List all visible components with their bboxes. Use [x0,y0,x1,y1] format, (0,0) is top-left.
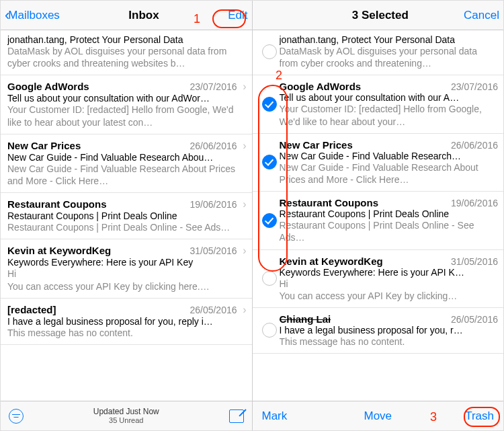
edit-button[interactable]: Edit [228,9,247,22]
unread-count: 35 Unread [24,416,229,425]
message-row[interactable]: Restaurant Coupons19/06/2016Restaurant C… [253,192,504,249]
message-preview: Your Customer ID: [redacted] Hello from … [280,103,499,127]
select-checkbox[interactable] [259,313,280,348]
message-sender: Chiang Lai [280,313,451,325]
message-date: 26/06/2016 [451,140,498,151]
message-row[interactable]: Google AdWords23/07/2016Tell us about yo… [253,75,504,133]
message-sender: Kevin at KeywordKeg [7,245,190,256]
message-sender: Google AdWords [7,81,190,92]
message-subject: Keywords Everywhere: Here is your API Ke… [7,257,247,268]
chevron-right-icon: › [237,140,247,152]
message-preview: New Car Guide - Find Valuable Research A… [280,161,499,186]
message-sender: jonathan.tang, Protect Your Personal Dat… [280,34,499,45]
message-sender: Google AdWords [280,81,451,92]
edit-actions-bar: Mark Move Trash [253,401,504,430]
message-date: 19/06/2016 [451,198,498,208]
select-checkbox[interactable] [259,81,280,127]
circle-icon [262,323,277,338]
message-date: 26/06/2016 [190,141,237,151]
message-date: 26/05/2016 [451,314,498,325]
nav-bar: 3 Selected Cancel [253,1,504,30]
message-preview: This message has no content. [280,336,499,348]
nav-title: 3 Selected [297,9,464,22]
message-subject: Keywords Everywhere: Here is your API K… [280,267,499,278]
message-subject: Tell us about your consultation with our… [280,92,499,103]
message-date: 19/06/2016 [190,199,237,210]
message-date: 23/07/2016 [190,81,237,92]
circle-icon [262,44,277,59]
select-checkbox[interactable] [259,34,280,69]
select-checkbox[interactable] [259,139,280,186]
message-preview: New Car Guide - Find Valuable Research A… [7,163,247,187]
chevron-right-icon: › [237,81,247,93]
message-subject: I have a legal business proposal for you… [280,325,499,336]
mark-button[interactable]: Mark [262,409,339,423]
message-subject: New Car Guide - Find Valuable Research… [280,151,499,161]
filter-button[interactable] [9,409,24,424]
chevron-right-icon: › [237,198,247,210]
checkmark-icon [262,155,277,169]
trash-button[interactable]: Trash [417,409,494,423]
message-row[interactable]: Kevin at KeywordKeg31/05/2016›Keywords E… [1,239,252,298]
message-preview: Restaurant Coupons | Print Deals Online … [7,221,247,233]
message-preview: Restaurant Coupons | Print Deals Online … [280,219,499,243]
message-sender: jonathan.tang, Protect Your Personal Dat… [7,34,247,45]
message-row[interactable]: Chiang Lai26/05/2016I have a legal busin… [253,308,504,354]
message-date: 31/05/2016 [190,245,237,256]
message-row[interactable]: Restaurant Coupons19/06/2016›Restaurant … [1,193,252,239]
move-button[interactable]: Move [339,409,417,423]
message-row[interactable]: jonathan.tang, Protect Your Personal Dat… [253,30,504,75]
mail-inbox-screen: ‹Mailboxes Inbox Edit jonathan.tang, Pro… [1,1,253,430]
compose-icon [229,409,244,423]
message-list-edit[interactable]: jonathan.tang, Protect Your Personal Dat… [253,30,504,401]
mail-edit-screen: 3 Selected Cancel jonathan.tang, Protect… [253,1,504,430]
chevron-right-icon: › [237,245,247,257]
message-date: 26/05/2016 [190,305,237,315]
bottom-toolbar: Updated Just Now 35 Unread [1,401,252,430]
checkmark-icon [262,213,277,228]
filter-icon [9,409,24,424]
message-sender: [redacted] [7,304,190,315]
message-sender: New Car Prices [280,139,451,151]
message-date: 31/05/2016 [451,256,498,267]
message-sender: Kevin at KeywordKeg [280,256,451,267]
updated-label: Updated Just Now [24,407,229,416]
back-label: Mailboxes [8,9,60,22]
message-date: 23/07/2016 [451,81,498,92]
message-preview: HiYou can access your API Key by clickin… [280,278,499,302]
message-sender: New Car Prices [7,140,190,151]
select-checkbox[interactable] [259,197,280,243]
status-text: Updated Just Now 35 Unread [24,407,229,426]
message-subject: I have a legal business proposal for you… [7,316,247,327]
checkmark-icon [262,97,277,112]
nav-bar: ‹Mailboxes Inbox Edit [1,1,252,30]
message-subject: Tell us about your consultation with our… [7,93,247,104]
message-preview: HiYou can access your API Key by clickin… [7,268,247,292]
compose-button[interactable] [229,409,244,423]
message-row[interactable]: New Car Prices26/06/2016›New Car Guide -… [1,134,252,193]
circle-icon [262,271,277,286]
select-checkbox[interactable] [259,256,280,302]
message-subject: Restaurant Coupons | Print Deals Online [280,208,499,219]
cancel-button[interactable]: Cancel [464,9,499,22]
message-row[interactable]: New Car Prices26/06/2016New Car Guide - … [253,134,504,192]
message-row[interactable]: [redacted]26/05/2016›I have a legal busi… [1,299,252,345]
message-subject: Restaurant Coupons | Print Deals Online [7,210,247,221]
message-row[interactable]: Kevin at KeywordKeg31/05/2016Keywords Ev… [253,250,504,308]
message-preview: Your Customer ID: [redacted] Hello from … [7,104,247,128]
chevron-right-icon: › [237,304,247,316]
nav-title: Inbox [60,9,228,22]
message-subject: New Car Guide - Find Valuable Research A… [7,152,247,163]
message-row[interactable]: jonathan.tang, Protect Your Personal Dat… [1,30,252,75]
back-button[interactable]: ‹Mailboxes [5,8,60,23]
message-preview: DataMask by AOL disguises your personal … [280,45,499,69]
message-list[interactable]: jonathan.tang, Protect Your Personal Dat… [1,30,252,401]
message-row[interactable]: Google AdWords23/07/2016›Tell us about y… [1,75,252,134]
message-preview: DataMask by AOL disguises your personal … [7,45,247,69]
message-sender: Restaurant Coupons [280,197,451,208]
message-preview: This message has no content. [7,327,247,339]
message-sender: Restaurant Coupons [7,198,190,210]
